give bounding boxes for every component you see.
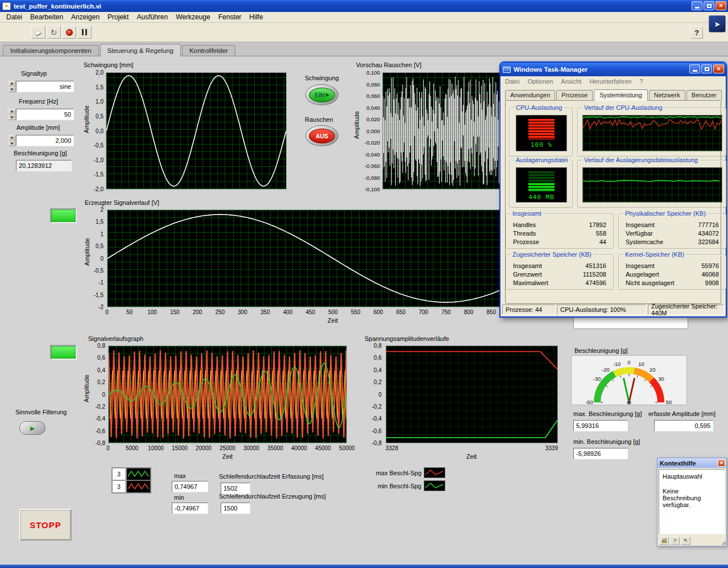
menu-item[interactable]: Werkzeuge (172, 12, 214, 22)
window-titlebar[interactable]: ➤ test_puffer_kontinuierlich.vi ✕ (0, 0, 728, 12)
decrement-icon[interactable] (8, 114, 15, 120)
run-continuous-button[interactable]: ↻ (47, 26, 61, 39)
y-tick-label: -0,2 (96, 404, 105, 410)
kontexthilfe-footer: ? ✎ ◢ (657, 536, 726, 546)
task-manager-titlebar[interactable]: Windows Task-Manager ✕ (500, 63, 726, 76)
stat-row: Verfügbar434072 (626, 229, 719, 238)
run-button[interactable]: ▶ (31, 26, 46, 39)
pagefile-value: 440 MB (528, 194, 555, 201)
kontexthilfe-body: Hauptauswahl Keine Beschreibung verfügba… (659, 469, 725, 534)
legend-row[interactable]: 3 (112, 468, 151, 480)
schwingung-ein-button[interactable]: EIN▶ (305, 84, 338, 105)
y-tick-label: 0 (102, 392, 105, 398)
y-tick-label: -2,0 (94, 186, 104, 192)
y-tick-label: 0,0 (96, 128, 104, 134)
tm-menu-item[interactable]: Herunterfahren (589, 78, 631, 85)
tm-tab[interactable]: Benutzer (686, 90, 722, 100)
menu-item[interactable]: Bearbeiten (26, 12, 67, 22)
tm-tab[interactable]: Prozesse (556, 90, 593, 100)
pause-button[interactable] (77, 26, 92, 39)
decrement-icon[interactable] (8, 87, 15, 92)
amplitude-stepper[interactable] (8, 135, 15, 146)
tm-maximize-button[interactable] (701, 64, 712, 73)
rauschen-aus-button[interactable]: AUS (305, 125, 338, 146)
spannung-graph-title: Spannungsamplitudenverläufe (365, 335, 449, 342)
lv-tab[interactable]: Initialisierungskomponenten (3, 45, 99, 56)
edit-help-button[interactable]: ✎ (681, 537, 690, 545)
tm-menu-item[interactable]: Ansicht (561, 78, 581, 85)
spannung-legend[interactable]: max Beschl-Spg min Beschl-Spg (366, 467, 445, 493)
task-manager-window[interactable]: Windows Task-Manager ✕ DateiOptionenAnsi… (499, 61, 727, 318)
increment-icon[interactable] (8, 135, 15, 141)
frequenz-stepper[interactable] (8, 109, 15, 120)
y-tick-label: -0,080 (365, 175, 380, 181)
increment-icon[interactable] (8, 109, 15, 114)
filter-toggle-button[interactable]: ▶ (19, 421, 46, 435)
legend-row[interactable]: min Beschl-Spg (366, 480, 445, 491)
menu-item[interactable]: Anzeigen (67, 12, 104, 22)
menu-item[interactable]: Ausführen (133, 12, 172, 22)
tm-close-button[interactable]: ✕ (713, 64, 724, 73)
menu-item[interactable]: Fenster (214, 12, 246, 22)
tm-menu-item[interactable]: ? (639, 78, 643, 85)
increment-icon[interactable] (8, 81, 15, 87)
close-button[interactable]: ✕ (715, 1, 726, 10)
rauschen-yticks: 0,1000,0800,0600,0400,0200,000-0,020-0,0… (361, 69, 380, 192)
signaltyp-field[interactable]: sine (16, 81, 74, 92)
run-icon: ▶ (36, 29, 41, 36)
tm-tab[interactable]: Netzwerk (649, 90, 685, 100)
kontexthilfe-titlebar[interactable]: Kontexthilfe ✕ (657, 458, 726, 468)
signalverlauf-legend[interactable]: 3 3 (111, 467, 151, 493)
y-tick-label: -0,020 (365, 139, 380, 146)
minimize-button[interactable] (692, 1, 702, 10)
tm-menu-item[interactable]: Datei (505, 78, 520, 85)
y-tick-label: -1,5 (94, 292, 104, 298)
x-tick-label: 800 (464, 309, 474, 315)
beschleunigung-label: Beschleunigung [g] (14, 150, 67, 157)
stat-value: 17892 (589, 221, 606, 229)
stat-row: Insgesamt55976 (626, 262, 719, 270)
stat-value: 434072 (698, 229, 719, 238)
windows-taskbar[interactable] (0, 565, 728, 568)
run-continuous-icon: ↻ (51, 28, 57, 36)
frequenz-field[interactable]: 50 (16, 109, 74, 120)
signalverlauf-waveform (109, 346, 346, 443)
toolbar: ▶ ↻ (0, 23, 728, 42)
kontexthilfe-close-button[interactable]: ✕ (718, 459, 725, 467)
schwingung-yticks: 2,01,51,00,50,0-0,5-1,0-1,5-2,0 (89, 69, 104, 192)
maximize-button[interactable] (704, 1, 714, 10)
tm-menu-item[interactable]: Optionen (528, 78, 553, 85)
y-tick-label: 0,8 (97, 343, 105, 349)
signaltyp-stepper[interactable] (8, 81, 15, 92)
lock-help-button[interactable] (659, 537, 669, 545)
y-tick-label: -0,6 (96, 428, 105, 434)
amplitude-field[interactable]: 2,000 (16, 135, 74, 146)
abort-button[interactable] (62, 26, 76, 39)
legend-label: min Beschl-Spg (378, 483, 421, 489)
commit-memory-rows: Insgesamt451316Grenzwert1115208Maximalwe… (506, 255, 613, 287)
spannung-plot (386, 345, 558, 443)
erzeugt-graph-title: Erzeugter Signalverlauf [V] (85, 199, 159, 206)
tm-tab-active[interactable]: Systemleistung (594, 89, 648, 101)
stat-value: 777716 (698, 221, 719, 229)
help-button[interactable]: ? (690, 26, 703, 39)
lv-tab[interactable]: Kontrollfelder (182, 45, 235, 56)
legend-row[interactable]: 3 (112, 480, 151, 493)
resize-grip[interactable]: ◢ (721, 539, 726, 545)
stat-label: Insgesamt (513, 262, 542, 270)
tm-tab[interactable]: Anwendungen (505, 90, 555, 100)
decrement-icon[interactable] (8, 141, 15, 146)
legend-row[interactable]: max Beschl-Spg (366, 467, 445, 478)
menu-item[interactable]: Projekt (104, 12, 133, 22)
menu-item[interactable]: Datei (2, 12, 26, 22)
stat-value: 1115208 (583, 270, 606, 279)
max-beschleunigung-indicator: 5,99316 (573, 420, 628, 431)
y-tick-label: 0,6 (97, 355, 105, 361)
menu-item[interactable]: Hilfe (245, 12, 267, 22)
stopp-button[interactable]: STOPP (19, 509, 72, 541)
detailed-help-button[interactable]: ? (670, 537, 680, 545)
lv-tab-active[interactable]: Steuerung & Regelung (100, 44, 181, 56)
tm-minimize-button[interactable] (689, 64, 700, 73)
kontexthilfe-window[interactable]: Kontexthilfe ✕ Hauptauswahl Keine Beschr… (657, 458, 727, 546)
y-tick-label: 1 (100, 231, 104, 237)
